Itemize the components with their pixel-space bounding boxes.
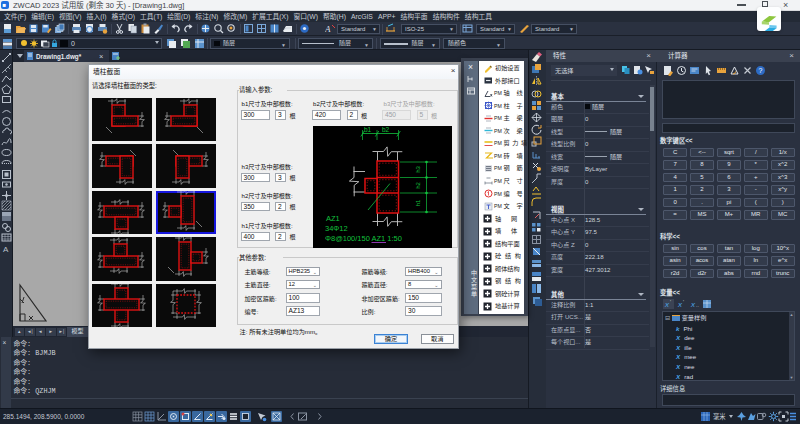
svg-text:?: ? [759, 67, 763, 74]
svg-text:..: .. [696, 302, 699, 308]
svg-text:': ' [683, 299, 684, 305]
svg-text:': ' [670, 299, 671, 305]
svg-text:A: A [3, 245, 9, 254]
svg-text:Φ8@100/150: Φ8@100/150 [325, 234, 370, 243]
svg-text:b2: b2 [382, 126, 390, 133]
svg-text:A: A [325, 24, 331, 34]
svg-text:AZ1 1:50: AZ1 1:50 [372, 234, 402, 243]
svg-text:h1: h1 [415, 199, 421, 206]
svg-text:34Φ12: 34Φ12 [325, 224, 348, 233]
svg-text:b1: b1 [364, 126, 372, 133]
svg-text:h3: h3 [415, 166, 421, 173]
svg-text:0: 0 [71, 40, 75, 47]
svg-text:AZ1: AZ1 [326, 214, 340, 223]
svg-text:h2: h2 [415, 182, 421, 189]
